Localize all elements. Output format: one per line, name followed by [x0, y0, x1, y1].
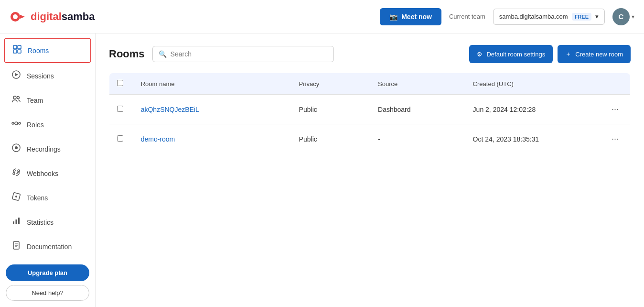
sidebar-statistics-label: Statistics	[27, 219, 54, 226]
create-new-room-button[interactable]: ＋ Create new room	[558, 45, 631, 63]
row2-source-cell: -	[370, 124, 465, 154]
row2-actions-cell: ···	[597, 124, 630, 154]
search-input[interactable]	[171, 50, 328, 58]
col-created-header: Created (UTC)	[465, 73, 597, 95]
row2-checkbox[interactable]	[117, 135, 123, 142]
sidebar-item-statistics[interactable]: Statistics	[4, 210, 91, 234]
svg-point-18	[13, 173, 15, 175]
search-icon: 🔍	[159, 50, 167, 58]
sidebar-item-rooms[interactable]: Rooms	[4, 38, 91, 63]
sidebar: Rooms Sessions Team	[0, 33, 96, 307]
roles-icon	[11, 119, 21, 131]
plus-icon: ＋	[565, 50, 571, 58]
sidebar-webhooks-label: Webhooks	[27, 170, 58, 177]
svg-marker-8	[15, 73, 18, 76]
current-team-label: Current team	[449, 13, 485, 20]
sidebar-roles-label: Roles	[27, 121, 44, 129]
svg-rect-22	[13, 221, 14, 224]
logo: digitalsamba	[10, 11, 95, 23]
svg-rect-23	[16, 219, 17, 224]
row2-checkbox-cell	[109, 124, 133, 154]
col-privacy-header: Privacy	[291, 73, 370, 95]
avatar[interactable]: C	[612, 8, 630, 25]
sidebar-recordings-label: Recordings	[27, 145, 61, 153]
body-area: Rooms Sessions Team	[0, 33, 644, 307]
meet-now-label: Meet now	[401, 13, 432, 21]
svg-point-19	[18, 170, 20, 172]
table-row: demo-room Public - Oct 24, 2023 18:35:31…	[109, 124, 631, 154]
row1-actions-cell: ···	[597, 95, 630, 124]
default-room-settings-button[interactable]: ⚙ Default room settings	[469, 45, 553, 63]
svg-rect-6	[18, 50, 21, 53]
team-plan-badge: FREE	[572, 13, 591, 21]
upgrade-plan-button[interactable]: Upgrade plan	[6, 264, 89, 281]
col-actions-header	[597, 73, 630, 95]
need-help-button[interactable]: Need help?	[6, 285, 89, 301]
svg-point-17	[15, 146, 18, 149]
page-title: Rooms	[109, 48, 145, 60]
main-header: Rooms 🔍 ⚙ Default room settings ＋ Create…	[109, 45, 631, 63]
row1-privacy-cell: Public	[291, 95, 370, 124]
row2-more-button[interactable]: ···	[608, 132, 623, 146]
sidebar-item-webhooks[interactable]: Webhooks	[4, 162, 91, 185]
logo-text: digitalsamba	[31, 11, 95, 23]
col-checkbox-header	[109, 73, 133, 95]
rooms-table: Room name Privacy Source Created (UTC)	[109, 73, 631, 154]
webhooks-icon	[11, 167, 21, 179]
avatar-chevron-icon[interactable]: ▾	[632, 13, 634, 20]
col-source-header: Source	[370, 73, 465, 95]
table-header-row: Room name Privacy Source Created (UTC)	[109, 73, 631, 95]
row1-checkbox-cell	[109, 95, 133, 124]
sidebar-item-sessions[interactable]: Sessions	[4, 64, 91, 88]
sidebar-item-team[interactable]: Team	[4, 88, 91, 112]
sidebar-rooms-label: Rooms	[28, 47, 49, 55]
row1-source-cell: Dashboard	[370, 95, 465, 124]
statistics-icon	[11, 216, 21, 228]
action-buttons: ⚙ Default room settings ＋ Create new roo…	[469, 45, 631, 63]
sessions-icon	[11, 70, 21, 82]
row1-more-button[interactable]: ···	[608, 102, 623, 116]
gear-icon: ⚙	[477, 51, 483, 58]
row1-room-link[interactable]: akQhzSNQJezBEiL	[141, 106, 199, 113]
svg-rect-4	[18, 45, 21, 49]
meet-now-button[interactable]: 📷 Meet now	[380, 8, 441, 25]
app-header: digitalsamba 📷 Meet now Current team sam…	[0, 0, 644, 33]
row1-created-cell: Jun 2, 2024 12:02:28	[465, 95, 597, 124]
sidebar-team-label: Team	[27, 97, 43, 104]
avatar-initial: C	[619, 12, 624, 21]
row1-checkbox[interactable]	[117, 106, 123, 112]
default-settings-label: Default room settings	[486, 51, 545, 58]
sidebar-sessions-label: Sessions	[27, 72, 54, 80]
sidebar-tokens-label: Tokens	[27, 194, 48, 202]
row2-privacy-cell: Public	[291, 124, 370, 154]
svg-point-11	[15, 122, 18, 125]
col-roomname-header: Room name	[133, 73, 291, 95]
row2-room-link[interactable]: demo-room	[141, 135, 175, 143]
svg-point-1	[13, 14, 18, 19]
camera-icon: 📷	[389, 13, 397, 21]
svg-point-21	[15, 196, 17, 197]
sidebar-item-documentation[interactable]: Documentation	[4, 235, 91, 258]
row2-created-cell: Oct 24, 2023 18:35:31	[465, 124, 597, 154]
chevron-down-icon: ▾	[595, 13, 599, 20]
table-row: akQhzSNQJezBEiL Public Dashboard Jun 2, …	[109, 95, 631, 124]
sidebar-item-recordings[interactable]: Recordings	[4, 137, 91, 161]
sidebar-item-tokens[interactable]: Tokens	[4, 186, 91, 209]
team-selector[interactable]: samba.digitalsamba.com FREE ▾	[493, 9, 605, 25]
svg-point-12	[12, 122, 14, 124]
create-room-label: Create new room	[575, 51, 623, 58]
documentation-icon	[11, 241, 21, 252]
svg-point-10	[17, 97, 20, 99]
select-all-checkbox[interactable]	[117, 80, 123, 86]
svg-point-9	[13, 96, 16, 99]
main-content: Rooms 🔍 ⚙ Default room settings ＋ Create…	[96, 33, 644, 307]
search-bar[interactable]: 🔍	[152, 46, 334, 62]
row2-roomname-cell: demo-room	[133, 124, 291, 154]
logo-icon	[10, 11, 27, 22]
sidebar-item-roles[interactable]: Roles	[4, 113, 91, 136]
svg-marker-2	[20, 15, 25, 19]
svg-point-13	[19, 122, 21, 124]
svg-rect-3	[13, 45, 17, 49]
sidebar-documentation-label: Documentation	[27, 243, 72, 251]
team-icon	[11, 94, 21, 106]
